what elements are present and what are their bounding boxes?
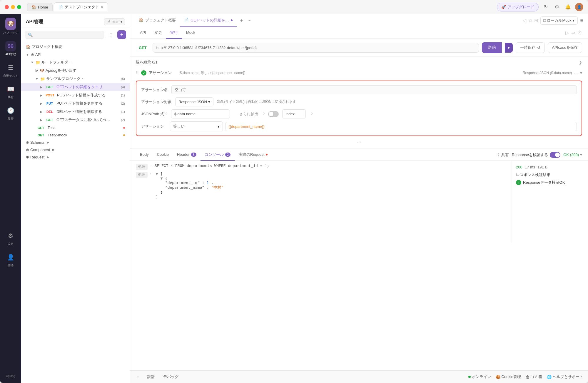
index-question-icon[interactable]: ?: [310, 112, 313, 116]
chevron-down-icon[interactable]: ▾: [580, 153, 582, 157]
tree-item-api[interactable]: ▼ ⊙ API: [21, 51, 130, 58]
online-status[interactable]: オンライン: [468, 374, 491, 379]
more-tabs-button[interactable]: ···: [245, 18, 254, 23]
tab-testproject[interactable]: 📄 テストプロジェクト ✕: [54, 2, 108, 11]
assertion-check-icon: ✓: [141, 70, 146, 76]
extract-toggle[interactable]: [268, 111, 279, 117]
tree-item-root-folder[interactable]: ▼ 📁 ルートフォルダー: [21, 58, 130, 66]
ter-tab-run[interactable]: 実行: [166, 27, 182, 39]
assertion-value-input[interactable]: [225, 122, 577, 131]
apidog-dog-icon: 🐶: [40, 68, 44, 73]
bot-tab-console-label: コンソール: [205, 152, 224, 157]
tree-label-root-folder: ルートフォルダー: [41, 60, 72, 65]
chevron-right-icon: ▶: [40, 93, 42, 97]
parent-inherit-label: 親を継承 0/1: [136, 60, 158, 65]
verify-toggle-switch[interactable]: [550, 152, 560, 158]
assertion-condition-select[interactable]: 等しい ▾: [170, 121, 223, 131]
bot-tab-header-label: Header: [177, 152, 190, 157]
bot-tab-console[interactable]: コンソール 2: [201, 149, 235, 161]
branch-label: main: [112, 20, 119, 24]
debug-button[interactable]: デバッグ: [161, 373, 181, 381]
index-input[interactable]: [282, 109, 306, 118]
tree-item-project-overview[interactable]: 🏠 プロジェクト概要: [21, 43, 130, 51]
cookie-manager[interactable]: 🍪 Cookie管理: [496, 374, 521, 379]
refresh-button[interactable]: ↻: [542, 3, 550, 11]
trash-button[interactable]: 🗑 ゴミ箱: [526, 374, 542, 379]
url-input[interactable]: [153, 43, 479, 53]
sidebar-item-invite[interactable]: 👤 招待: [0, 250, 21, 270]
question-icon[interactable]: ?: [165, 112, 167, 116]
tree-item-request[interactable]: ⊕ Request ▶: [21, 153, 130, 161]
sidebar-item-history[interactable]: 🕐 履歴: [0, 103, 21, 123]
toggle-design-button[interactable]: ↕: [135, 374, 141, 380]
sidebar-item-autotest[interactable]: ☰ 自動テスト: [0, 60, 21, 80]
upgrade-button[interactable]: 🚀 アップグレード: [497, 3, 539, 11]
jsonpath-input[interactable]: [171, 109, 230, 118]
dots-more[interactable]: ···: [136, 138, 582, 145]
settings-button[interactable]: ⚙: [553, 3, 561, 11]
tree-item-component[interactable]: ⊛ Component ▶: [21, 146, 130, 153]
minimize-button[interactable]: [11, 5, 15, 9]
tree-item-get-pet-query[interactable]: ▶ GET GETペットの詳細をクエリ (4): [21, 83, 130, 91]
avatar[interactable]: 👤: [575, 3, 583, 11]
more-options-icon[interactable]: ···: [574, 71, 578, 75]
tree-item-sample-project[interactable]: ▼ 📁 サンプルプロジェクト (5): [21, 75, 130, 83]
tree-item-put-pet[interactable]: ▶ PUT PUTペット情報を更新する (2): [21, 99, 130, 108]
parent-inherit-chevron-icon[interactable]: ❯: [579, 60, 582, 65]
sec-tab-project-overview[interactable]: 🏠 プロジェクト概要: [135, 14, 180, 27]
tree-item-get-test[interactable]: GET Test: [21, 124, 130, 131]
console-content: 処理 → SELECT * FROM departments WHERE dep…: [130, 161, 588, 243]
assertion-label: アサーション: [149, 70, 172, 76]
ter-tab-api[interactable]: API: [136, 27, 150, 39]
add-tab-button[interactable]: +: [238, 18, 245, 23]
local-mock-button[interactable]: □ ローカルMock ▾: [540, 16, 578, 25]
ter-tab-changes[interactable]: 変更: [150, 27, 166, 39]
assertion-form: アサーション名 アサーション対象 Response JSON ▾ XML(ライク…: [136, 81, 582, 136]
hamburger-icon[interactable]: ≡: [580, 17, 583, 24]
share-button[interactable]: ⇪ 共有: [497, 152, 509, 158]
send-dropdown-button[interactable]: ▾: [505, 43, 513, 53]
bot-tab-cookie[interactable]: Cookie: [153, 149, 173, 161]
assertion-name-input[interactable]: [171, 85, 577, 94]
tab-bar: 🏠 Home 📄 テストプロジェクト ✕: [27, 2, 495, 11]
tree-item-post-pet[interactable]: ▶ POST POSTペット情報を作成する (1): [21, 91, 130, 99]
help-button[interactable]: 🌐 ヘルプとサポート: [547, 374, 583, 379]
ter-tab-mock[interactable]: Mock: [182, 27, 199, 39]
search-input[interactable]: [34, 33, 101, 37]
tree-item-get-test2[interactable]: GET Test2-mock: [21, 131, 130, 139]
left-panel-title: API管理: [26, 19, 101, 25]
design-button[interactable]: 設計: [145, 373, 157, 381]
tree-item-del-pet[interactable]: ▶ DEL DELペット情報を削除する (1): [21, 108, 130, 116]
add-button[interactable]: +: [117, 30, 126, 39]
badge-sample-project: (5): [121, 77, 125, 81]
sec-tab-get-pet[interactable]: 📄 GETペットの詳細を…: [180, 14, 237, 27]
tree-item-apidog[interactable]: M 🐶 Apidogを使い回す: [21, 66, 130, 75]
search-box[interactable]: 🔍: [25, 31, 104, 39]
extract-question-icon[interactable]: ?: [263, 112, 265, 116]
filter-button[interactable]: ⊟: [107, 31, 115, 39]
save-button[interactable]: 一時保存 ↺: [516, 42, 545, 53]
tab-close-icon[interactable]: ✕: [101, 5, 103, 9]
bot-tab-header[interactable]: Header 8: [173, 149, 201, 161]
close-button[interactable]: [5, 5, 9, 9]
sidebar-item-api[interactable]: 96 API管理: [0, 39, 21, 59]
save-api-button[interactable]: APIcaseを保存: [548, 42, 582, 53]
maximize-button[interactable]: [17, 5, 21, 9]
sidebar-item-settings[interactable]: ⚙ 設定: [0, 228, 21, 248]
send-button[interactable]: 送信: [482, 42, 502, 53]
branch-selector[interactable]: ⎇ main ▾: [104, 18, 125, 25]
bot-tab-body[interactable]: Body: [136, 149, 153, 161]
bell-button[interactable]: 🔔: [564, 3, 572, 11]
tree-item-schema[interactable]: ⊙ Schema ▶: [21, 139, 130, 146]
method-del-tag: DEL: [44, 110, 55, 114]
assertion-target-select[interactable]: Response JSON ▾: [175, 97, 213, 106]
bot-tab-cookie-label: Cookie: [157, 152, 169, 157]
tab-home[interactable]: 🏠 Home: [27, 3, 53, 11]
drag-handle-icon[interactable]: ⠿: [136, 71, 139, 75]
verify-toggle[interactable]: Responseを検証する: [512, 152, 561, 158]
tree-item-get-status[interactable]: ▶ GET GETステータスに基づいてべ… (2): [21, 116, 130, 124]
bot-tab-actual-request[interactable]: 実際のRequest: [235, 149, 272, 161]
sidebar-item-public[interactable]: 🐶 パブリック: [0, 17, 21, 37]
sidebar-item-shared[interactable]: 📖 共有: [0, 81, 21, 102]
assertion-expand-icon[interactable]: ▾: [580, 71, 582, 75]
